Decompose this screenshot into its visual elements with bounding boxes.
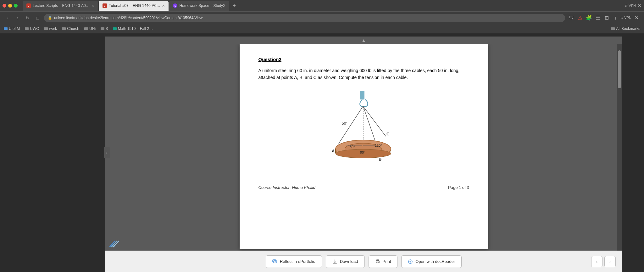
stacks-logo-area	[108, 239, 120, 249]
titlebar: D Lecture Scripts – ENG-1440-A0… ✕ D Tut…	[0, 0, 644, 11]
angle-30-label: 30°	[350, 145, 355, 149]
bookmark-math[interactable]: Math 1510 – Fall 2…	[113, 26, 153, 31]
secure-icon: 🔒	[48, 16, 52, 20]
window-controls: ⊕ VPN ✕	[625, 3, 641, 8]
instructor-info: Course Instructor: Huma Khalid	[258, 185, 315, 190]
bookmark-math-label: Math 1510 – Fall 2…	[118, 26, 153, 31]
doc-top-nav: ▲	[105, 37, 622, 44]
bookmark-work-label: work	[49, 26, 57, 31]
tab-studyx[interactable]: S Homework Space – StudyX	[169, 1, 229, 11]
tab-lecture[interactable]: D Lecture Scripts – ENG-1440-A0… ✕	[23, 1, 98, 11]
hook-body	[360, 91, 364, 99]
tab-tutorial-close[interactable]: ✕	[162, 4, 165, 8]
tab-grid-icon[interactable]: ⊞	[603, 14, 610, 22]
right-sidebar	[622, 33, 644, 272]
sidebar-icon[interactable]: ☰	[594, 14, 602, 22]
d2l-icon: D	[26, 3, 31, 8]
svg-rect-8	[377, 260, 379, 261]
traffic-lights	[3, 4, 18, 8]
tab-tutorial[interactable]: D Tutorial #07 – ENG-1440-A0… ✕	[99, 1, 169, 11]
nav-right-controls: 🛡 ⚠ 🧩 ☰ ⊞ ↑ ⊕ VPN ✕	[568, 14, 640, 22]
tab-tutorial-label: Tutorial #07 – ENG-1440-A0…	[109, 3, 160, 8]
stacks-logo-svg	[108, 239, 120, 249]
extension-icon[interactable]: 🧩	[585, 14, 593, 22]
up-arrow-icon[interactable]: ▲	[362, 38, 366, 43]
point-b-label: B	[379, 157, 381, 162]
bookmark-uni[interactable]: UNi	[84, 26, 96, 31]
bookmark-uwc-icon	[25, 27, 29, 30]
minimize-button[interactable]	[8, 4, 12, 8]
print-button[interactable]: Print	[369, 255, 398, 268]
left-sidebar: ›	[0, 33, 105, 272]
studyx-icon: S	[173, 3, 177, 8]
bookmark-uwc-label: UWC	[30, 26, 39, 31]
tab-lecture-close[interactable]: ✕	[92, 4, 94, 8]
bookmark-dollar-label: $	[106, 26, 108, 31]
vpn-label: ⊕ VPN	[625, 4, 636, 8]
bookmark-dollar[interactable]: $	[101, 26, 108, 31]
reflect-icon	[272, 259, 277, 264]
download-icon	[332, 259, 337, 264]
bookmark-church[interactable]: Church	[62, 26, 79, 31]
print-icon	[375, 259, 380, 264]
scrollbar-thumb[interactable]	[618, 50, 621, 88]
window-close-icon[interactable]: ✕	[638, 3, 641, 8]
reload-button[interactable]: ↻	[24, 14, 31, 22]
bookmark-uni-icon	[84, 27, 88, 30]
share-icon[interactable]: ↑	[612, 14, 619, 22]
bookmark-work[interactable]: work	[44, 26, 57, 31]
angle-120-label: 120°	[375, 144, 382, 147]
forward-button[interactable]: ›	[14, 14, 21, 22]
add-tab-button[interactable]: +	[230, 1, 239, 10]
download-button[interactable]: Download	[326, 255, 365, 268]
navbar: ‹ › ↻ □ 🔒 universityofmanitoba.desire2le…	[0, 11, 644, 24]
close-button[interactable]	[3, 4, 6, 8]
document-page: Question2 A uniform steel ring 60 in. in…	[240, 44, 488, 249]
main-area: › ▲ Question2 A uniform steel ring 60 in…	[0, 33, 644, 272]
bookmark-uofm[interactable]: U of M	[4, 26, 20, 31]
open-docreader-button[interactable]: Open with docReader	[401, 255, 462, 268]
svg-rect-9	[377, 262, 379, 263]
bookmark-math-icon	[113, 27, 117, 30]
diagram-area: 30° 90° 120° 50" A B C	[258, 91, 469, 173]
alert-icon[interactable]: ⚠	[576, 14, 584, 22]
doc-scroll-area[interactable]: Question2 A uniform steel ring 60 in. in…	[105, 44, 622, 270]
cable-length-label: 50"	[342, 121, 347, 126]
page-number: Page 1 of 3	[448, 185, 469, 190]
all-bookmarks-label: All Bookmarks	[616, 26, 640, 31]
docreader-icon	[408, 259, 413, 264]
point-c-label: C	[386, 132, 390, 136]
sidebar-toggle[interactable]: ›	[104, 147, 110, 158]
page-footer: Course Instructor: Huma Khalid Page 1 of…	[258, 185, 469, 190]
d2l-icon: D	[103, 3, 107, 8]
all-bookmarks-icon	[611, 27, 615, 30]
menu-icon[interactable]: ✕	[633, 14, 640, 22]
hook-curve	[360, 99, 368, 107]
prev-page-button[interactable]: ‹	[591, 256, 602, 267]
svg-point-10	[379, 261, 379, 262]
steel-ring-diagram: 30° 90° 120° 50" A B C	[314, 91, 414, 173]
bookmark-uofm-label: U of M	[9, 26, 20, 31]
all-bookmarks[interactable]: All Bookmarks	[611, 26, 640, 31]
bookmark-uni-label: UNi	[89, 26, 96, 31]
back-button[interactable]: ‹	[4, 14, 11, 22]
shield-icon[interactable]: 🛡	[568, 14, 575, 22]
bottom-toolbar: Reflect in ePortfolio Download Print	[105, 251, 622, 272]
tab-studyx-label: Homework Space – StudyX	[179, 3, 225, 8]
bookmark-uwc[interactable]: UWC	[25, 26, 39, 31]
bookmark-dollar-icon	[101, 27, 104, 30]
angle-90-label: 90°	[360, 150, 365, 154]
maximize-button[interactable]	[14, 4, 18, 8]
next-page-button[interactable]: ›	[604, 256, 616, 267]
doc-top-bar	[105, 33, 622, 37]
tabs-bar: D Lecture Scripts – ENG-1440-A0… ✕ D Tut…	[23, 0, 622, 11]
address-bar[interactable]: 🔒 universityofmanitoba.desire2learn.com/…	[44, 14, 565, 22]
url-text: universityofmanitoba.desire2learn.com/d2…	[54, 16, 203, 20]
document-scrollbar[interactable]	[617, 44, 622, 270]
bookmarks-bar: U of M UWC work Church UNi $ Math 1510 –…	[0, 24, 644, 33]
reflect-button[interactable]: Reflect in ePortfolio	[266, 255, 322, 268]
cable-c	[363, 106, 386, 136]
bookmark-church-icon	[62, 27, 66, 30]
page-nav-group: ‹ ›	[591, 256, 616, 267]
bookmark-this-button[interactable]: □	[34, 14, 42, 22]
